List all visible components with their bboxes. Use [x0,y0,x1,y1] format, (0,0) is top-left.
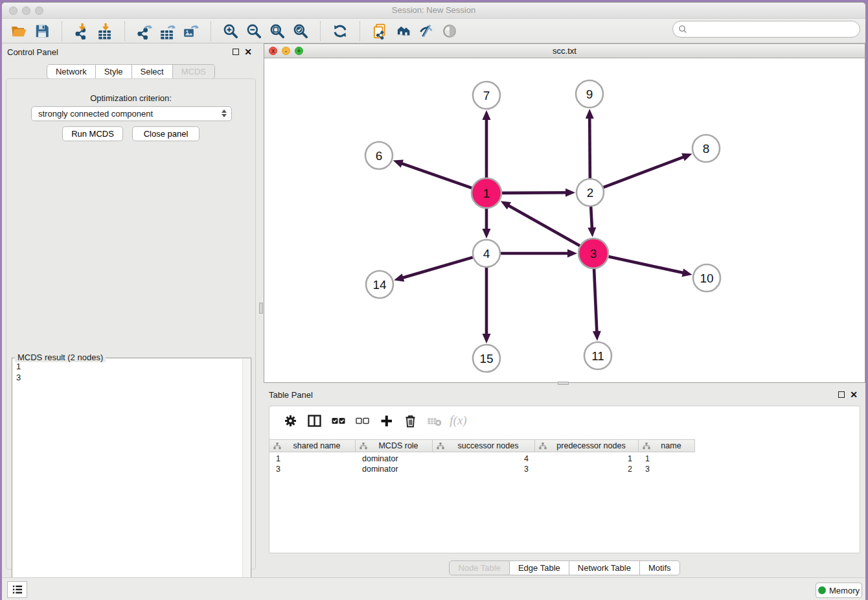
tab-network-table[interactable]: Network Table [569,560,640,575]
tab-network[interactable]: Network [47,64,96,79]
contrast-button[interactable] [438,21,461,41]
edge-4-15[interactable] [483,268,491,343]
add-button[interactable] [374,410,398,432]
select-all-button[interactable] [326,410,350,432]
column-header-successor-nodes[interactable]: successor nodes [433,440,535,452]
columns-button[interactable] [303,410,326,432]
tab-style[interactable]: Style [96,64,132,79]
horizontal-splitter-grip[interactable] [558,382,569,385]
toolbar-group [2,21,59,41]
float-panel-icon[interactable] [233,49,239,55]
save-session-button[interactable] [30,21,54,41]
graph-node-11[interactable]: 11 [584,342,611,369]
task-history-button[interactable] [7,581,27,598]
zoom-fit-button[interactable] [266,21,289,41]
export-table-button[interactable] [156,21,179,41]
zoom-out-button[interactable] [242,21,266,41]
column-header-label: name [652,441,681,450]
deselect-all-button[interactable] [350,410,374,432]
edge-2-9[interactable] [586,109,594,178]
edge-3-11[interactable] [593,269,601,341]
tab-mcds[interactable]: MCDS [173,64,215,79]
table-row[interactable]: 1dominator411 [269,454,695,464]
network-graph-canvas[interactable]: 1234678910111415 [264,58,865,382]
edge-arrowhead-icon [394,273,404,281]
edge-arrowhead-icon [483,229,491,238]
tab-node-table[interactable]: Node Table [449,560,510,575]
graph-node-15[interactable]: 15 [473,345,500,372]
toolbar-separator [320,21,321,41]
run-mcds-button[interactable]: Run MCDS [62,126,123,141]
float-table-panel-icon[interactable] [838,391,845,398]
tab-select[interactable]: Select [132,64,173,79]
import-network-button[interactable] [70,21,93,41]
vertical-splitter-grip[interactable] [259,303,263,314]
tab-edge-table[interactable]: Edge Table [510,560,569,575]
toolbar-group [323,21,357,41]
add-icon [379,413,394,428]
criterion-select[interactable]: strongly connected component [31,106,232,121]
edge-1-7[interactable] [483,110,491,178]
column-header-MCDS-role[interactable]: MCDS role [356,440,433,452]
graph-node-14[interactable]: 14 [366,271,393,298]
edge-4-3[interactable] [501,249,577,258]
close-panel-button[interactable]: Close panel [132,126,200,141]
network-maximize-button[interactable]: + [295,47,303,55]
graph-node-8[interactable]: 8 [692,135,720,162]
network-view-titlebar[interactable]: scc.txt x - + [264,44,865,58]
mcds-result-list[interactable]: 13 [16,361,242,600]
close-table-panel-icon[interactable]: ✕ [850,391,858,398]
search-box[interactable] [672,21,860,38]
mcds-result-scrollbar[interactable] [242,359,250,600]
export-image-button[interactable] [179,21,203,41]
tab-motifs[interactable]: Motifs [640,560,680,575]
node-label: 3 [590,247,597,260]
graph-node-4[interactable]: 4 [473,240,500,267]
graph-node-7[interactable]: 7 [473,82,500,109]
open-file-button[interactable] [7,21,30,41]
edge-1-6[interactable] [393,159,472,188]
edge-3-1[interactable] [501,201,580,246]
edge-2-3[interactable] [588,207,596,237]
column-header-name[interactable]: name [639,440,695,452]
graph-node-1[interactable]: 1 [472,178,501,208]
control-panel-header: Control Panel ✕ [2,43,260,60]
gear-button[interactable] [279,410,303,432]
home-button[interactable] [391,21,415,41]
zoom-in-button[interactable] [219,21,242,41]
edge-2-8[interactable] [604,153,692,187]
memory-button[interactable]: Memory [816,583,862,598]
graph-node-3[interactable]: 3 [578,238,608,268]
edge-1-4[interactable] [483,209,491,238]
graph-node-9[interactable]: 9 [576,80,603,108]
control-panel-tabs: NetworkStyleSelectMCDS [2,64,260,79]
column-header-predecessor-nodes[interactable]: predecessor nodes [535,440,639,452]
export-image-icon [183,23,200,40]
edge-3-10[interactable] [608,257,692,277]
toolbar-group [128,21,208,41]
duplicate-network-button[interactable] [368,21,391,41]
graph-node-2[interactable]: 2 [577,179,604,206]
export-network-button[interactable] [133,21,156,41]
search-input[interactable] [688,25,860,34]
edge-4-14[interactable] [394,257,473,281]
network-minimize-button[interactable]: - [282,47,290,55]
table-row[interactable]: 3dominator323 [269,464,695,474]
graph-node-10[interactable]: 10 [693,264,720,292]
column-header-shared-name[interactable]: shared name [269,440,356,452]
function-icon: f(x) [450,413,466,428]
refresh-button[interactable] [328,21,352,41]
delete-icon [403,413,418,428]
hide-panel-button[interactable] [415,21,438,41]
network-close-button[interactable]: x [269,47,277,55]
search-icon [678,25,688,34]
control-panel-title: Control Panel [7,47,58,57]
zoom-selected-button[interactable] [289,21,312,41]
import-table-button[interactable] [93,21,117,41]
close-panel-icon[interactable]: ✕ [244,49,252,55]
delete-button[interactable] [398,410,422,432]
attribute-type-icon [643,442,650,450]
attribute-type-icon [539,442,547,450]
graph-node-6[interactable]: 6 [365,142,393,169]
edge-1-2[interactable] [502,189,575,197]
